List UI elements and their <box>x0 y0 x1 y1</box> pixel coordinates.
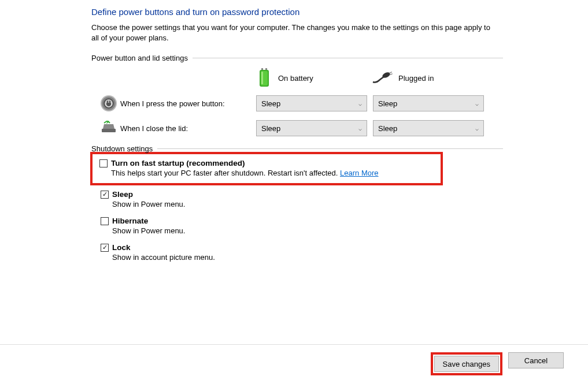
plug-icon <box>372 72 393 84</box>
chevron-down-icon: ⌵ <box>358 100 362 107</box>
fast-startup-description: This helps start your PC faster after sh… <box>111 169 436 177</box>
save-changes-button[interactable]: Save changes <box>434 356 499 372</box>
divider <box>193 58 503 58</box>
lid-battery-dropdown[interactable]: Sleep ⌵ <box>256 120 367 136</box>
sleep-checkbox[interactable] <box>101 191 109 199</box>
page-description: Choose the power settings that you want … <box>91 23 496 43</box>
option-hibernate: Hibernate Show in Power menu. <box>91 212 503 239</box>
chevron-down-icon: ⌵ <box>475 125 479 132</box>
hibernate-description: Show in Power menu. <box>112 226 503 235</box>
setting-label: When I press the power button: <box>120 99 256 108</box>
learn-more-link[interactable]: Learn More <box>340 169 378 177</box>
svg-rect-7 <box>390 73 393 75</box>
setting-row-power-button: When I press the power button: Sleep ⌵ S… <box>91 95 503 112</box>
fast-startup-checkbox[interactable] <box>99 159 108 167</box>
column-label: Plugged in <box>398 74 434 83</box>
setting-row-lid: When I close the lid: Sleep ⌵ Sleep ⌵ <box>91 120 503 136</box>
setting-label: When I close the lid: <box>120 124 256 133</box>
option-sleep: Sleep Show in Power menu. <box>91 185 503 212</box>
hibernate-label: Hibernate <box>112 217 148 225</box>
section-label: Power button and lid settings <box>91 54 193 62</box>
svg-rect-6 <box>389 72 392 73</box>
section-label: Shutdown settings <box>91 144 157 153</box>
fast-startup-label: Turn on fast startup (recommended) <box>111 159 245 167</box>
divider <box>157 148 503 149</box>
battery-icon <box>256 68 272 88</box>
hibernate-checkbox[interactable] <box>101 217 109 225</box>
footer: Save changes Cancel <box>0 344 588 375</box>
column-header-battery: On battery <box>256 68 372 88</box>
power-button-icon <box>97 95 120 112</box>
power-button-plugged-dropdown[interactable]: Sleep ⌵ <box>373 95 484 111</box>
laptop-lid-icon <box>97 121 120 136</box>
power-button-section-header: Power button and lid settings <box>91 54 503 62</box>
lock-description: Show in account picture menu. <box>112 253 503 262</box>
svg-rect-13 <box>102 129 116 132</box>
highlight-save-button: Save changes <box>431 352 502 375</box>
option-lock: Lock Show in account picture menu. <box>91 239 503 265</box>
dropdown-value: Sleep <box>378 124 397 133</box>
chevron-down-icon: ⌵ <box>475 100 479 107</box>
dropdown-value: Sleep <box>261 124 280 133</box>
highlight-fast-startup: Turn on fast startup (recommended) This … <box>90 152 443 185</box>
dropdown-value: Sleep <box>261 99 280 108</box>
sleep-label: Sleep <box>112 190 133 199</box>
page-title: Define power buttons and turn on passwor… <box>91 7 503 17</box>
lock-label: Lock <box>112 243 131 252</box>
column-label: On battery <box>278 74 313 83</box>
power-button-battery-dropdown[interactable]: Sleep ⌵ <box>256 95 367 111</box>
svg-rect-4 <box>261 72 263 84</box>
lid-plugged-dropdown[interactable]: Sleep ⌵ <box>373 120 484 136</box>
sleep-description: Show in Power menu. <box>112 200 503 208</box>
cancel-button[interactable]: Cancel <box>508 352 564 368</box>
dropdown-value: Sleep <box>378 99 397 108</box>
svg-rect-1 <box>265 68 267 70</box>
chevron-down-icon: ⌵ <box>358 125 362 132</box>
svg-rect-0 <box>261 68 263 70</box>
lock-checkbox[interactable] <box>101 244 109 252</box>
column-header-plugged: Plugged in <box>372 72 487 84</box>
